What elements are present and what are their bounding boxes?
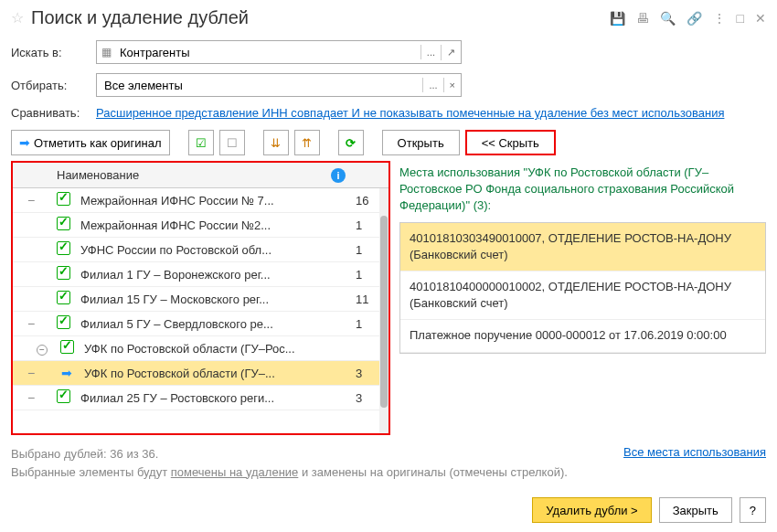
grid-header: Наименование i bbox=[13, 163, 388, 188]
row-checkbox[interactable] bbox=[49, 315, 77, 332]
row-name: Межрайонная ИФНС России № 7... bbox=[77, 194, 352, 207]
table-row[interactable]: −Межрайонная ИФНС России № 7...16 bbox=[13, 188, 388, 213]
row-checkbox[interactable] bbox=[49, 217, 77, 233]
info-icon: i bbox=[331, 168, 346, 183]
row-name: УФНС России по Ростовской обл... bbox=[77, 243, 352, 257]
usage-item[interactable]: 40101810303490010007, ОТДЕЛЕНИЕ РОСТОВ-Н… bbox=[400, 223, 765, 271]
search-in-input[interactable] bbox=[116, 46, 420, 59]
filter-input-wrap[interactable]: ... × bbox=[96, 73, 462, 97]
mark-deletion-link[interactable]: помечены на удаление bbox=[171, 465, 299, 479]
usage-item[interactable]: 40101810400000010002, ОТДЕЛЕНИЕ РОСТОВ-Н… bbox=[400, 271, 765, 320]
usage-title: Места использования "УФК по Ростовской о… bbox=[399, 161, 766, 222]
close-icon[interactable]: ✕ bbox=[755, 11, 766, 26]
row-name: УФК по Ростовской области (ГУ–... bbox=[77, 367, 352, 380]
row-checkbox[interactable] bbox=[49, 266, 77, 282]
compare-link[interactable]: Расширенное представление ИНН совпадает … bbox=[96, 106, 724, 120]
search-in-input-wrap[interactable]: ▦ ... ↗ bbox=[96, 40, 462, 64]
mark-original-button[interactable]: ➡ Отметить как оригинал bbox=[11, 130, 170, 155]
table-row[interactable]: Межрайонная ИФНС России №2...1 bbox=[13, 213, 388, 238]
save-icon[interactable]: 💾 bbox=[610, 11, 625, 26]
print-icon[interactable]: 🖶 bbox=[636, 11, 649, 26]
action-bar: Удалить дубли > Закрыть ? bbox=[532, 497, 766, 523]
all-usage-link[interactable]: Все места использования bbox=[623, 445, 766, 459]
usage-item[interactable]: Платежное поручение 0000-000012 от 17.06… bbox=[400, 320, 765, 352]
table-row[interactable]: Филиал 1 ГУ – Воронежского рег...1 bbox=[13, 262, 388, 287]
table-row[interactable]: −➡УФК по Ростовской области (ГУ–...3 bbox=[13, 361, 388, 386]
row-name: Филиал 5 ГУ – Свердловского ре... bbox=[77, 317, 352, 331]
row-checkbox[interactable] bbox=[49, 291, 77, 307]
duplicates-grid: Наименование i −Межрайонная ИФНС России … bbox=[13, 163, 388, 433]
search-in-more-button[interactable]: ... bbox=[420, 45, 441, 59]
header-toolbar: 💾 🖶 🔍 🔗 ⋮ □ ✕ bbox=[610, 11, 766, 26]
row-checkbox[interactable]: ➡ bbox=[49, 366, 77, 380]
collapse-all-button[interactable]: ⇈ bbox=[294, 130, 320, 155]
row-name: Филиал 1 ГУ – Воронежского рег... bbox=[77, 268, 352, 282]
grid-body[interactable]: −Межрайонная ИФНС России № 7...16Межрайо… bbox=[13, 188, 388, 433]
close-button[interactable]: Закрыть bbox=[659, 497, 732, 523]
duplicates-grid-panel: Наименование i −Межрайонная ИФНС России … bbox=[11, 161, 390, 435]
more-icon[interactable]: ⋮ bbox=[713, 11, 726, 26]
expand-toggle[interactable]: − bbox=[13, 366, 49, 380]
content-area: Наименование i −Межрайонная ИФНС России … bbox=[0, 161, 777, 435]
usage-panel: Места использования "УФК по Ростовской о… bbox=[399, 161, 766, 435]
row-name: Межрайонная ИФНС России №2... bbox=[77, 218, 352, 232]
mark-original-label: Отметить как оригинал bbox=[34, 136, 162, 150]
row-checkbox[interactable] bbox=[49, 340, 77, 356]
search-icon[interactable]: 🔍 bbox=[660, 11, 676, 26]
filter-more-button[interactable]: ... bbox=[422, 78, 442, 92]
scrollbar[interactable] bbox=[379, 188, 388, 433]
search-in-label: Искать в: bbox=[11, 46, 89, 59]
usage-list: 40101810303490010007, ОТДЕЛЕНИЕ РОСТОВ-Н… bbox=[399, 222, 766, 354]
search-in-row: Искать в: ▦ ... ↗ bbox=[0, 36, 777, 69]
footer-note: Выбранные элементы будут помечены на уда… bbox=[11, 463, 766, 482]
search-in-open-button[interactable]: ↗ bbox=[441, 45, 461, 60]
filter-label: Отбирать: bbox=[11, 79, 89, 92]
page-title: Поиск и удаление дублей bbox=[31, 7, 610, 28]
expand-toggle[interactable]: − bbox=[13, 390, 49, 405]
filter-input[interactable] bbox=[97, 79, 422, 92]
footer: Все места использования Выбрано дублей: … bbox=[0, 438, 777, 488]
select-all-button[interactable]: ☑ bbox=[188, 130, 214, 155]
table-icon: ▦ bbox=[97, 46, 116, 59]
expand-toggle[interactable]: − bbox=[13, 193, 49, 207]
expand-all-button[interactable]: ⇊ bbox=[263, 130, 289, 155]
row-checkbox[interactable] bbox=[49, 241, 77, 258]
link-icon[interactable]: 🔗 bbox=[687, 11, 702, 26]
hide-button[interactable]: << Скрыть bbox=[465, 130, 556, 155]
favorite-star-icon[interactable]: ☆ bbox=[11, 9, 24, 27]
help-button[interactable]: ? bbox=[740, 497, 766, 523]
row-name: Филиал 25 ГУ – Ростовского реги... bbox=[77, 391, 352, 405]
arrow-right-icon: ➡ bbox=[19, 135, 30, 150]
table-row[interactable]: УФНС России по Ростовской обл...1 bbox=[13, 238, 388, 262]
row-name: Филиал 15 ГУ – Московского рег... bbox=[77, 293, 352, 306]
window-header: ☆ Поиск и удаление дублей 💾 🖶 🔍 🔗 ⋮ □ ✕ bbox=[0, 0, 777, 36]
deselect-all-button[interactable]: ☐ bbox=[219, 130, 245, 155]
table-row[interactable]: −УФК по Ростовской области (ГУ–Рос... bbox=[13, 336, 388, 361]
scrollbar-thumb[interactable] bbox=[380, 216, 388, 408]
compare-label: Сравнивать: bbox=[11, 106, 89, 120]
table-row[interactable]: −Филиал 5 ГУ – Свердловского ре...1 bbox=[13, 312, 388, 336]
refresh-button[interactable]: ⟳ bbox=[338, 130, 364, 155]
row-name: УФК по Ростовской области (ГУ–Рос... bbox=[77, 342, 352, 356]
maximize-icon[interactable]: □ bbox=[737, 11, 744, 26]
table-row[interactable]: Филиал 15 ГУ – Московского рег...11 bbox=[13, 287, 388, 312]
filter-row: Отбирать: ... × bbox=[0, 69, 777, 101]
grid-header-name[interactable]: Наименование bbox=[49, 168, 325, 182]
delete-duplicates-button[interactable]: Удалить дубли > bbox=[532, 497, 651, 523]
original-arrow-icon: ➡ bbox=[61, 366, 72, 380]
toolbar: ➡ Отметить как оригинал ☑ ☐ ⇊ ⇈ ⟳ Открыт… bbox=[0, 124, 777, 161]
compare-row: Сравнивать: Расширенное представление ИН… bbox=[0, 101, 777, 124]
filter-clear-button[interactable]: × bbox=[443, 78, 461, 92]
expand-toggle[interactable]: − bbox=[13, 316, 49, 331]
row-checkbox[interactable] bbox=[49, 389, 77, 406]
table-row[interactable]: −Филиал 25 ГУ – Ростовского реги...3 bbox=[13, 386, 388, 410]
expand-toggle[interactable]: − bbox=[13, 342, 49, 356]
open-button[interactable]: Открыть bbox=[382, 130, 460, 155]
row-checkbox[interactable] bbox=[49, 192, 77, 208]
